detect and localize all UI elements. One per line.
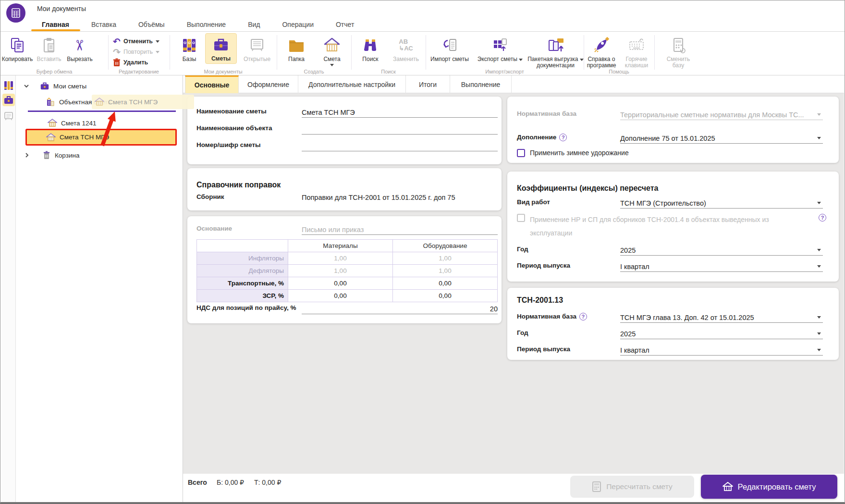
group-my-documents: Базы Сметы Открытые Мои документы — [170, 32, 277, 75]
basis-field[interactable]: Письмо или приказ — [302, 224, 498, 235]
nr-sp-checkbox[interactable] — [517, 214, 525, 222]
tree-item-recycle-bin[interactable]: Корзина — [24, 148, 79, 162]
search-button[interactable]: Поиск — [353, 34, 388, 62]
estimate-number-field[interactable] — [302, 141, 498, 151]
export-caret[interactable] — [519, 59, 523, 61]
winter-costs-checkbox[interactable] — [517, 149, 525, 157]
ribbon-tab-otchet[interactable]: Отчет — [336, 21, 354, 28]
tsn13-year-select[interactable]: 2025 — [620, 329, 823, 339]
redo-dropdown-caret[interactable] — [156, 51, 159, 53]
main-panel: Основные Оформление Дополнительные настр… — [183, 75, 844, 502]
chevron-down-icon[interactable] — [24, 83, 29, 89]
tsn13-base-select[interactable]: ТСН МГЭ глава 13. Доп. 42 от 15.01.2025 — [620, 312, 823, 323]
drag-ghost-estimate: Смета ТСН МГЭ — [92, 95, 194, 109]
vat-field[interactable]: 20 — [302, 304, 498, 314]
ribbon-tab-obyomy[interactable]: Объёмы — [138, 21, 165, 28]
ribbon-tab-vypolnenie[interactable]: Выполнение — [187, 21, 226, 28]
transport-equipment-cell[interactable]: 0,00 — [393, 277, 497, 289]
rail-opened-button[interactable] — [2, 110, 15, 123]
ribbon-tab-vstavka[interactable]: Вставка — [91, 21, 116, 28]
nr-sp-label: Применение НР и СП для сборников ТСН-200… — [530, 213, 772, 240]
tab-dop-nastroyki[interactable]: Дополнительные настройки — [298, 75, 406, 93]
object-name-field[interactable] — [302, 124, 498, 135]
tab-osnovnye[interactable]: Основные — [185, 75, 239, 93]
cut-button[interactable]: ✂ Вырезать — [63, 34, 97, 62]
undo-button[interactable]: ↶ Отменить — [108, 36, 170, 47]
spreadsheet-glyph — [11, 8, 21, 18]
redo-icon: ↷ — [113, 48, 121, 56]
zsr-materials-cell[interactable]: 0,00 — [288, 290, 393, 302]
edit-estimate-button[interactable]: Редактировать смету — [701, 475, 837, 499]
tab-vypolnenie[interactable]: Выполнение — [450, 75, 512, 93]
nr-sp-help-icon[interactable]: ? — [819, 214, 826, 221]
deflators-equipment-cell[interactable]: 1,00 — [393, 265, 497, 277]
group-label-my-documents: Мои документы — [170, 69, 277, 74]
sbornik-label: Сборник — [196, 192, 224, 202]
create-folder-button[interactable]: Папка — [280, 34, 313, 62]
tree-item-estimate-1241[interactable]: Смета 1241 — [48, 116, 96, 130]
object-name-label: Наименование объекта — [196, 123, 272, 133]
ribbon-tab-glavnaya[interactable]: Главная — [42, 21, 69, 28]
batch-upload-caret[interactable] — [580, 59, 584, 61]
undo-dropdown-caret[interactable] — [156, 40, 159, 43]
column-materials: Материалы — [288, 240, 393, 252]
coeff-year-select[interactable]: 2025 — [620, 245, 823, 256]
deflators-materials-cell[interactable]: 1,00 — [288, 265, 393, 277]
dropdown-caret — [817, 202, 821, 204]
supplement-help-icon[interactable]: ? — [559, 134, 567, 141]
copy-button[interactable]: Копировать — [1, 34, 33, 62]
document-tab-bar: Основные Оформление Дополнительные настр… — [183, 75, 844, 93]
replace-button[interactable]: АВ ↳АС Заменить — [389, 34, 423, 62]
inflators-materials-cell[interactable]: 1,00 — [288, 252, 393, 264]
tsn13-period-select[interactable]: I квартал — [620, 345, 823, 356]
table-row-transport: Транспортные, % 0,00 0,00 — [197, 277, 497, 290]
scissors-icon: ✂ — [63, 34, 97, 56]
ribbon-tab-operacii[interactable]: Операции — [282, 21, 314, 28]
transport-materials-cell[interactable]: 0,00 — [288, 277, 393, 289]
hotkeys-button[interactable]: Горячиеклавиши — [620, 34, 653, 69]
sbornik-value[interactable]: Поправки для ТСН-2001 от 15.01.2025 г. д… — [302, 192, 498, 203]
app-window: Мои документы Главная Вставка Объёмы Вып… — [0, 0, 845, 504]
ribbon-tab-vid[interactable]: Вид — [248, 21, 260, 28]
recycle-bin-icon — [42, 150, 51, 160]
export-estimate-button[interactable]: Экспорт сметы — [474, 34, 527, 62]
title-bar: Мои документы — [0, 0, 845, 17]
estimate-name-field[interactable]: Смета ТСН МГЭ — [302, 107, 498, 118]
tree-item-my-estimates[interactable]: Мои сметы — [24, 79, 86, 93]
rail-bases-button[interactable] — [2, 79, 15, 92]
create-estimate-caret[interactable] — [330, 64, 334, 66]
bases-button[interactable]: Базы — [173, 34, 205, 62]
ribbon-tab-bar: Главная Вставка Объёмы Выполнение Вид Оп… — [0, 17, 845, 32]
window-title: Мои документы — [37, 5, 86, 12]
supplement-select[interactable]: Дополнение 75 от 15.01.2025 — [620, 133, 823, 144]
about-button[interactable]: Справка опрограмме — [585, 34, 618, 69]
dropdown-caret — [817, 349, 821, 351]
inflators-equipment-cell[interactable]: 1,00 — [393, 252, 497, 264]
switch-base-button[interactable]: Сменитьбазу — [658, 34, 698, 69]
import-estimate-button[interactable]: Импорт сметы — [428, 34, 472, 62]
estimates-button[interactable]: Сметы — [205, 33, 237, 64]
active-tab-underline — [31, 29, 80, 31]
chevron-right-icon[interactable] — [24, 152, 30, 158]
paste-button[interactable]: Вставить — [33, 34, 65, 62]
coefficients-header: Коэффициенты (индексы) пересчета — [517, 184, 658, 193]
vat-label: НДС для позиций по прайсу, % — [196, 303, 296, 313]
zsr-equipment-cell[interactable]: 0,00 — [393, 290, 497, 302]
batch-upload-button[interactable]: Пакетная выгрузка документации — [527, 34, 584, 69]
tab-itogi[interactable]: Итоги — [406, 75, 450, 93]
coeff-period-select[interactable]: I квартал — [620, 261, 823, 272]
trash-icon — [113, 58, 121, 67]
recalculate-button[interactable]: Пересчитать смету — [570, 476, 694, 498]
normative-base-select[interactable]: Территориальные сметные нормативы для Мо… — [620, 110, 823, 120]
rail-estimates-button[interactable] — [2, 94, 15, 106]
create-estimate-button[interactable]: Смета — [315, 34, 349, 66]
tsn13-base-help-icon[interactable]: ? — [579, 313, 587, 320]
group-label-clipboard: Буфер обмена — [0, 69, 108, 74]
app-logo-icon[interactable] — [6, 3, 25, 23]
opened-button[interactable]: Открытые — [240, 34, 274, 62]
export-icon — [474, 34, 527, 56]
delete-button[interactable]: Удалить — [108, 57, 170, 68]
work-type-select[interactable]: ТСН МГЭ (Строительство) — [620, 198, 823, 209]
redo-button[interactable]: ↷ Повторить — [108, 47, 170, 57]
tab-oformlenie[interactable]: Оформление — [239, 75, 298, 93]
